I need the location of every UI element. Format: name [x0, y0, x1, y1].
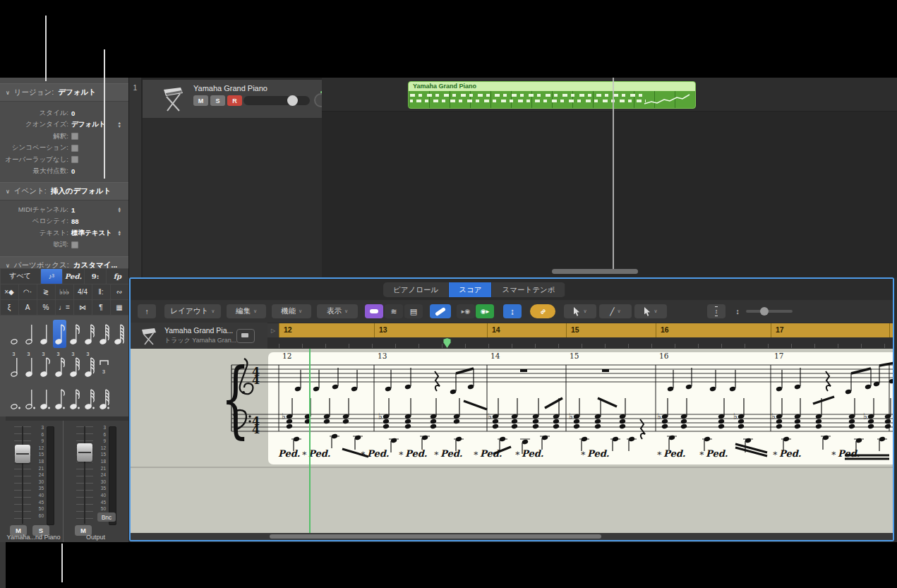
region-inspector-header[interactable]: ∨ リージョン: デフォルト — [0, 83, 128, 102]
stepper-icon[interactable]: ▲▼ — [118, 207, 121, 213]
volume-knob[interactable] — [287, 95, 298, 106]
vertical-zoom-slider[interactable] — [746, 310, 793, 313]
sixteenth-triplet-button[interactable]: 3 — [53, 351, 66, 379]
splitter[interactable] — [6, 416, 128, 421]
score-track-header[interactable]: Yamaha Grand Pia... トラック Yamaha Gran... — [131, 323, 267, 349]
repeat-barline-button[interactable]: ‖: — [92, 284, 110, 299]
chord-grid-button[interactable]: ▦ — [111, 300, 128, 315]
dotted-eighth-button[interactable] — [53, 385, 66, 413]
param-value[interactable]: 標準テキスト — [71, 229, 112, 238]
whole-note-button[interactable] — [8, 320, 22, 348]
pencil-tool-menu[interactable]: ╱∨ — [599, 304, 632, 318]
segno-button[interactable]: % — [37, 300, 55, 315]
sixty-fourth-note-button[interactable] — [97, 320, 111, 348]
param-value[interactable]: 88 — [71, 217, 79, 225]
bar-ruler[interactable]: ▷121314151617 — [267, 323, 893, 349]
fader-thumb[interactable] — [15, 445, 30, 463]
score-tool-button[interactable] — [430, 304, 451, 318]
dynamic-fp-button[interactable]: fp — [107, 269, 128, 284]
arrange-area[interactable]: Yamaha Grand Piano — [322, 78, 897, 277]
catch-clock-on-button[interactable]: ◉▸ — [476, 304, 494, 318]
pilcrow-button[interactable]: ¶ — [92, 300, 110, 315]
checkbox[interactable] — [71, 156, 78, 163]
pedal-mark-button[interactable]: Ped. — [63, 269, 84, 284]
tuplet-note-button[interactable]: ♪³ — [41, 269, 62, 284]
linear-view-button[interactable] — [365, 304, 383, 318]
solo-button[interactable]: S — [210, 95, 225, 106]
eighth-triplet-button[interactable]: 3 — [38, 351, 52, 379]
stepper-icon[interactable]: ▲▼ — [118, 121, 121, 128]
hundred-twenty-eighth-note-button[interactable] — [112, 320, 126, 348]
sixty-fourth-triplet-button[interactable]: 3 — [83, 351, 96, 379]
link-mode-button[interactable]: ∞ — [530, 304, 555, 318]
param-value[interactable]: 0 — [71, 109, 75, 117]
ruler-tail[interactable] — [889, 323, 894, 337]
ruler-measure-16[interactable]: 16 — [656, 323, 771, 337]
layout-menu[interactable]: レイアウト∨ — [164, 304, 221, 318]
ruler-measure-15[interactable]: 15 — [566, 323, 656, 337]
catch-clock-off-button[interactable]: ▸◉ — [457, 304, 475, 318]
pointer-tool-menu[interactable]: ∨ — [564, 304, 596, 318]
track-header[interactable]: Yamaha Grand Piano M S R — [143, 80, 322, 119]
checkbox[interactable] — [71, 133, 78, 140]
volume-fader[interactable] — [14, 426, 31, 524]
fader-thumb[interactable] — [77, 443, 92, 462]
score-notation[interactable]: {4444121314151617♭♭♭♭♭♭♭♭Ped.Ped.∗Ped.∗P… — [131, 349, 894, 536]
dotted-half-button[interactable] — [23, 385, 37, 413]
half-note-button[interactable] — [23, 320, 37, 348]
dotted-sixty-fourth-button[interactable] — [97, 385, 111, 413]
tempo-symbol-button[interactable]: ♩= — [56, 300, 73, 315]
playhead[interactable] — [613, 78, 614, 274]
half-triplet-button[interactable]: 3 — [8, 351, 22, 379]
ruler-measure-13[interactable]: 13 — [374, 323, 487, 337]
quarter-triplet-button[interactable]: 3 — [23, 351, 37, 379]
ruler-measure-17[interactable]: 17 — [771, 323, 889, 337]
edit-menu[interactable]: 編集∨ — [227, 304, 266, 318]
ruler-play-arrow[interactable]: ▷ — [267, 323, 279, 337]
param-value[interactable]: 0 — [71, 167, 75, 175]
dotted-whole-button[interactable] — [8, 385, 22, 413]
page-view-button[interactable]: ▤ — [404, 304, 423, 318]
cycle-band[interactable]: ▷121314151617 — [267, 323, 893, 337]
functions-menu[interactable]: 機能∨ — [272, 304, 311, 318]
mute-button[interactable]: M — [193, 95, 208, 106]
param-value[interactable]: デフォルト — [71, 120, 106, 129]
thirty-second-note-button[interactable] — [83, 320, 96, 348]
zoom-slider-thumb[interactable] — [760, 307, 769, 316]
view-menu[interactable]: 表示∨ — [317, 304, 358, 318]
time-signature-button[interactable]: 4/4 — [74, 284, 92, 299]
tab-piano-roll[interactable]: ピアノロール — [383, 282, 449, 297]
eighth-note-button[interactable] — [53, 320, 66, 348]
auto-zoom-button[interactable]: ↕ — [707, 304, 726, 318]
display-mode-button[interactable] — [236, 329, 255, 343]
quarter-note-button[interactable] — [38, 320, 52, 348]
slur-crossing-button[interactable]: ⋈ — [74, 300, 92, 315]
bounce-button[interactable]: Bnc — [97, 512, 116, 522]
editor-scrollbar[interactable] — [131, 533, 893, 540]
dotted-thirty-second-button[interactable] — [83, 385, 96, 413]
link-parent-button[interactable]: ↑ — [138, 304, 156, 318]
checkbox[interactable] — [71, 241, 78, 248]
rest-symbol-button[interactable]: ξ — [1, 300, 18, 315]
scrollbar-thumb[interactable] — [270, 534, 601, 539]
dotted-sixteenth-button[interactable] — [68, 385, 81, 413]
alt-tool-menu[interactable]: ∨ — [634, 304, 667, 318]
volume-slider[interactable] — [243, 96, 310, 105]
record-enable-button[interactable]: R — [227, 95, 242, 106]
collapse-button[interactable]: ↨ — [503, 304, 522, 318]
event-inspector-header[interactable]: ∨ イベント: 挿入のデフォルト — [0, 182, 128, 200]
tab-score[interactable]: スコア — [449, 282, 492, 297]
horizontal-scrollbar[interactable] — [552, 269, 638, 274]
notehead-symbols-button[interactable]: ×◆ — [1, 284, 18, 299]
wrapped-view-button[interactable]: ≋ — [385, 304, 403, 318]
partbox-all-button[interactable]: すべて — [1, 269, 40, 284]
tuplet-bracket-button[interactable]: 3 — [97, 351, 111, 379]
bass-clef-button[interactable]: 9: — [85, 269, 106, 284]
ruler-ticks[interactable] — [267, 337, 893, 349]
tab-smart-tempo[interactable]: スマートテンポ — [492, 282, 565, 297]
fermata-button[interactable]: ◠· — [19, 284, 37, 299]
ornament-turn-button[interactable]: ∾ — [111, 284, 128, 299]
dotted-quarter-button[interactable] — [38, 385, 52, 413]
text-object-button[interactable]: A — [19, 300, 37, 315]
ruler-measure-14[interactable]: 14 — [487, 323, 566, 337]
